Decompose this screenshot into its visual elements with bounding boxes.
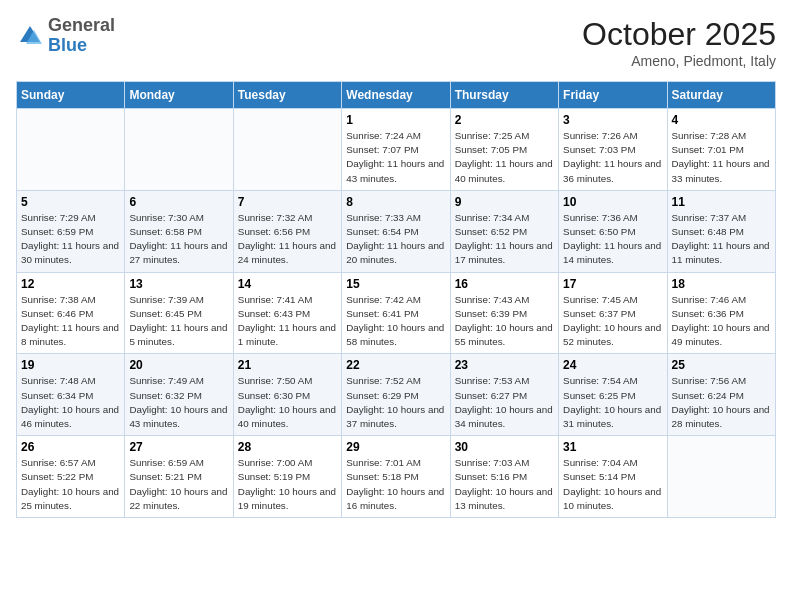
calendar-cell: 1Sunrise: 7:24 AMSunset: 7:07 PMDaylight… [342,109,450,191]
day-info: Sunrise: 7:26 AMSunset: 7:03 PMDaylight:… [563,129,662,186]
calendar-header: SundayMondayTuesdayWednesdayThursdayFrid… [17,82,776,109]
day-number: 4 [672,113,771,127]
day-info: Sunrise: 7:29 AMSunset: 6:59 PMDaylight:… [21,211,120,268]
day-info: Sunrise: 7:04 AMSunset: 5:14 PMDaylight:… [563,456,662,513]
day-number: 23 [455,358,554,372]
day-number: 26 [21,440,120,454]
col-header-friday: Friday [559,82,667,109]
day-number: 29 [346,440,445,454]
calendar-cell: 17Sunrise: 7:45 AMSunset: 6:37 PMDayligh… [559,272,667,354]
col-header-saturday: Saturday [667,82,775,109]
calendar-cell: 28Sunrise: 7:00 AMSunset: 5:19 PMDayligh… [233,436,341,518]
day-number: 2 [455,113,554,127]
day-info: Sunrise: 7:46 AMSunset: 6:36 PMDaylight:… [672,293,771,350]
calendar-cell [125,109,233,191]
calendar-cell: 23Sunrise: 7:53 AMSunset: 6:27 PMDayligh… [450,354,558,436]
calendar-cell: 2Sunrise: 7:25 AMSunset: 7:05 PMDaylight… [450,109,558,191]
day-info: Sunrise: 7:03 AMSunset: 5:16 PMDaylight:… [455,456,554,513]
calendar-cell: 18Sunrise: 7:46 AMSunset: 6:36 PMDayligh… [667,272,775,354]
col-header-thursday: Thursday [450,82,558,109]
day-number: 14 [238,277,337,291]
day-info: Sunrise: 7:01 AMSunset: 5:18 PMDaylight:… [346,456,445,513]
calendar-cell: 30Sunrise: 7:03 AMSunset: 5:16 PMDayligh… [450,436,558,518]
day-number: 11 [672,195,771,209]
day-info: Sunrise: 7:34 AMSunset: 6:52 PMDaylight:… [455,211,554,268]
title-block: October 2025 Ameno, Piedmont, Italy [582,16,776,69]
day-number: 18 [672,277,771,291]
day-info: Sunrise: 7:56 AMSunset: 6:24 PMDaylight:… [672,374,771,431]
calendar-cell: 26Sunrise: 6:57 AMSunset: 5:22 PMDayligh… [17,436,125,518]
day-number: 5 [21,195,120,209]
day-number: 12 [21,277,120,291]
day-info: Sunrise: 7:50 AMSunset: 6:30 PMDaylight:… [238,374,337,431]
day-number: 9 [455,195,554,209]
calendar-cell: 24Sunrise: 7:54 AMSunset: 6:25 PMDayligh… [559,354,667,436]
calendar-week-2: 12Sunrise: 7:38 AMSunset: 6:46 PMDayligh… [17,272,776,354]
day-info: Sunrise: 7:52 AMSunset: 6:29 PMDaylight:… [346,374,445,431]
day-number: 31 [563,440,662,454]
calendar-cell: 12Sunrise: 7:38 AMSunset: 6:46 PMDayligh… [17,272,125,354]
calendar-cell [17,109,125,191]
calendar-cell: 19Sunrise: 7:48 AMSunset: 6:34 PMDayligh… [17,354,125,436]
calendar-cell: 13Sunrise: 7:39 AMSunset: 6:45 PMDayligh… [125,272,233,354]
day-number: 19 [21,358,120,372]
day-number: 17 [563,277,662,291]
day-info: Sunrise: 7:54 AMSunset: 6:25 PMDaylight:… [563,374,662,431]
calendar-week-0: 1Sunrise: 7:24 AMSunset: 7:07 PMDaylight… [17,109,776,191]
day-number: 27 [129,440,228,454]
calendar-cell: 9Sunrise: 7:34 AMSunset: 6:52 PMDaylight… [450,190,558,272]
calendar-cell: 5Sunrise: 7:29 AMSunset: 6:59 PMDaylight… [17,190,125,272]
col-header-sunday: Sunday [17,82,125,109]
day-info: Sunrise: 7:25 AMSunset: 7:05 PMDaylight:… [455,129,554,186]
calendar-cell: 15Sunrise: 7:42 AMSunset: 6:41 PMDayligh… [342,272,450,354]
calendar-cell: 31Sunrise: 7:04 AMSunset: 5:14 PMDayligh… [559,436,667,518]
col-header-wednesday: Wednesday [342,82,450,109]
calendar-table: SundayMondayTuesdayWednesdayThursdayFrid… [16,81,776,518]
day-info: Sunrise: 6:57 AMSunset: 5:22 PMDaylight:… [21,456,120,513]
calendar-cell: 22Sunrise: 7:52 AMSunset: 6:29 PMDayligh… [342,354,450,436]
day-info: Sunrise: 7:32 AMSunset: 6:56 PMDaylight:… [238,211,337,268]
day-info: Sunrise: 7:33 AMSunset: 6:54 PMDaylight:… [346,211,445,268]
day-info: Sunrise: 7:43 AMSunset: 6:39 PMDaylight:… [455,293,554,350]
days-header-row: SundayMondayTuesdayWednesdayThursdayFrid… [17,82,776,109]
day-number: 22 [346,358,445,372]
day-number: 6 [129,195,228,209]
day-info: Sunrise: 7:48 AMSunset: 6:34 PMDaylight:… [21,374,120,431]
logo-blue-text: Blue [48,35,87,55]
day-info: Sunrise: 7:28 AMSunset: 7:01 PMDaylight:… [672,129,771,186]
day-number: 10 [563,195,662,209]
location-subtitle: Ameno, Piedmont, Italy [582,53,776,69]
calendar-cell: 3Sunrise: 7:26 AMSunset: 7:03 PMDaylight… [559,109,667,191]
calendar-cell: 11Sunrise: 7:37 AMSunset: 6:48 PMDayligh… [667,190,775,272]
calendar-week-1: 5Sunrise: 7:29 AMSunset: 6:59 PMDaylight… [17,190,776,272]
day-number: 13 [129,277,228,291]
day-info: Sunrise: 7:30 AMSunset: 6:58 PMDaylight:… [129,211,228,268]
day-number: 8 [346,195,445,209]
day-number: 28 [238,440,337,454]
calendar-week-4: 26Sunrise: 6:57 AMSunset: 5:22 PMDayligh… [17,436,776,518]
calendar-cell: 8Sunrise: 7:33 AMSunset: 6:54 PMDaylight… [342,190,450,272]
calendar-cell: 6Sunrise: 7:30 AMSunset: 6:58 PMDaylight… [125,190,233,272]
calendar-cell [233,109,341,191]
calendar-week-3: 19Sunrise: 7:48 AMSunset: 6:34 PMDayligh… [17,354,776,436]
day-number: 25 [672,358,771,372]
day-info: Sunrise: 7:45 AMSunset: 6:37 PMDaylight:… [563,293,662,350]
day-info: Sunrise: 7:37 AMSunset: 6:48 PMDaylight:… [672,211,771,268]
day-info: Sunrise: 7:36 AMSunset: 6:50 PMDaylight:… [563,211,662,268]
calendar-cell: 7Sunrise: 7:32 AMSunset: 6:56 PMDaylight… [233,190,341,272]
calendar-cell: 27Sunrise: 6:59 AMSunset: 5:21 PMDayligh… [125,436,233,518]
day-number: 21 [238,358,337,372]
day-info: Sunrise: 7:00 AMSunset: 5:19 PMDaylight:… [238,456,337,513]
day-info: Sunrise: 7:42 AMSunset: 6:41 PMDaylight:… [346,293,445,350]
calendar-cell: 20Sunrise: 7:49 AMSunset: 6:32 PMDayligh… [125,354,233,436]
page-header: General Blue October 2025 Ameno, Piedmon… [16,16,776,69]
day-info: Sunrise: 6:59 AMSunset: 5:21 PMDaylight:… [129,456,228,513]
logo-icon [16,22,44,50]
logo-general-text: General [48,15,115,35]
logo: General Blue [16,16,115,56]
day-info: Sunrise: 7:53 AMSunset: 6:27 PMDaylight:… [455,374,554,431]
calendar-cell: 25Sunrise: 7:56 AMSunset: 6:24 PMDayligh… [667,354,775,436]
calendar-cell: 4Sunrise: 7:28 AMSunset: 7:01 PMDaylight… [667,109,775,191]
calendar-cell: 16Sunrise: 7:43 AMSunset: 6:39 PMDayligh… [450,272,558,354]
day-number: 20 [129,358,228,372]
